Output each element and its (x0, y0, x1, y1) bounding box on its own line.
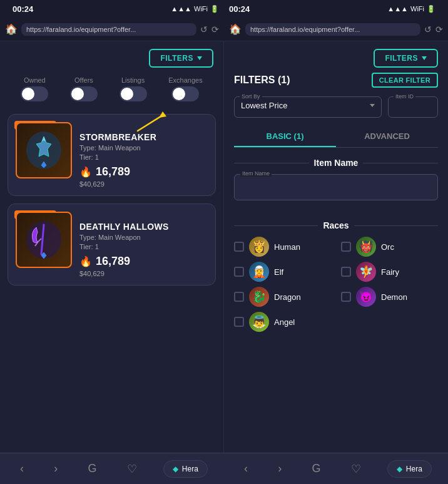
sort-by-row: Sort By Lowest Price Item ID (234, 96, 438, 118)
stormbreaker-svg (24, 130, 64, 171)
home-icon-left[interactable]: 🏠 (5, 23, 18, 35)
forward-button-left[interactable]: › (50, 458, 61, 479)
hera-label-left: Hera (182, 465, 198, 473)
item-id-value[interactable] (395, 101, 431, 113)
races-section-title: Races (323, 220, 349, 230)
item-price-deathly-hallows: 16,789 (96, 255, 130, 268)
race-item-dragon[interactable]: 🐉 Dragon (234, 287, 331, 307)
race-item-orc[interactable]: 👹 Orc (341, 237, 438, 257)
url-input-left[interactable] (21, 23, 196, 36)
tab-basic[interactable]: BASIC (1) (234, 126, 336, 147)
url-input-right[interactable] (245, 23, 420, 36)
sort-by-container[interactable]: Sort By Lowest Price (234, 96, 382, 118)
race-checkbox-elf[interactable] (234, 267, 244, 277)
item-price-row-deathly-hallows: 🔥 16,789 (79, 255, 208, 268)
deathly-hallows-svg (24, 220, 64, 260)
hera-button-left[interactable]: ◆ Hera (163, 460, 208, 478)
toggle-offers-label: Offers (74, 76, 93, 84)
toggle-row: Owned Offers Listings Exchanges (0, 73, 223, 109)
race-item-demon[interactable]: 😈 Demon (341, 287, 438, 307)
race-checkbox-dragon[interactable] (234, 292, 244, 302)
race-avatar-dragon: 🐉 (249, 287, 269, 307)
sort-by-chevron-icon (370, 104, 375, 107)
item-card-stormbreaker[interactable]: MYTHICAL (8, 114, 216, 196)
item-info-deathly-hallows: DEATHLY HALLOWS Type: Main Weapon Tier: … (79, 212, 208, 277)
item-info-stormbreaker: STORMBREAKER Type: Main Weapon Tier: 1 🔥… (79, 122, 208, 188)
filters-button-right[interactable]: FILTERS (374, 49, 438, 68)
battery-icon-left: 🔋 (210, 5, 219, 13)
tab-advanced[interactable]: ADVANCED (336, 126, 438, 147)
refresh-icon-left[interactable]: ↺ (200, 24, 208, 34)
signal-icon-left: ▲▲▲ (171, 5, 191, 13)
race-checkbox-angel[interactable] (234, 317, 244, 327)
item-card-deathly-hallows[interactable]: MYTHICAL (8, 203, 216, 286)
filter-title: FILTERS (1) (234, 75, 290, 86)
race-avatar-fairy: 🧚 (356, 262, 376, 282)
sort-by-label: Sort By (240, 93, 262, 100)
item-tier-deathly-hallows: Tier: 1 (79, 243, 208, 250)
hera-label-right: Hera (406, 465, 422, 473)
item-name-section-title: Item Name (314, 158, 359, 168)
toggle-listings-switch[interactable] (120, 86, 147, 101)
toggle-exchanges-switch[interactable] (171, 86, 199, 101)
race-avatar-elf: 🧝 (249, 262, 269, 282)
forward-button-right[interactable]: › (274, 458, 285, 479)
status-icons-left: ▲▲▲ WiFi 🔋 (171, 5, 219, 13)
race-name-human: Human (274, 242, 300, 252)
race-checkbox-demon[interactable] (341, 292, 351, 302)
history-icon-left[interactable]: ⟳ (211, 24, 219, 34)
race-avatar-orc: 👹 (356, 237, 376, 257)
item-image-deathly-hallows (16, 212, 72, 268)
item-price-row-stormbreaker: 🔥 16,789 (79, 165, 208, 178)
filters-button-left[interactable]: FILTERS (149, 49, 213, 68)
item-name-deathly-hallows: DEATHLY HALLOWS (79, 222, 208, 232)
item-price-usd-stormbreaker: $40,629 (79, 180, 208, 188)
sort-by-value: Lowest Price (241, 101, 375, 110)
race-name-orc: Orc (381, 242, 394, 252)
toggle-owned-switch[interactable] (21, 86, 48, 101)
left-panel: FILTERS Owned Offers Listings Exchanges (0, 41, 224, 453)
google-button-left[interactable]: G (84, 458, 100, 479)
clear-filter-button[interactable]: CLEAR FILTER (372, 73, 438, 88)
heart-button-left[interactable]: ♡ (123, 458, 141, 480)
item-image-bg-deathly-hallows (16, 212, 72, 268)
race-checkbox-human[interactable] (234, 242, 244, 252)
race-item-elf[interactable]: 🧝 Elf (234, 262, 331, 282)
item-name-input[interactable] (234, 174, 438, 200)
item-name-stormbreaker: STORMBREAKER (79, 132, 208, 142)
filters-arrow-left (197, 56, 202, 60)
race-avatar-demon: 😈 (356, 287, 376, 307)
race-name-elf: Elf (274, 267, 283, 277)
time-right: 00:24 (229, 4, 250, 14)
history-icon-right[interactable]: ⟳ (435, 24, 443, 34)
item-tier-stormbreaker: Tier: 1 (79, 153, 208, 161)
filters-button-row-right: FILTERS (224, 41, 448, 73)
back-button-left[interactable]: ‹ (16, 458, 28, 479)
race-name-fairy: Fairy (381, 267, 399, 277)
race-item-fairy[interactable]: 🧚 Fairy (341, 262, 438, 282)
heart-button-right[interactable]: ♡ (347, 458, 365, 480)
race-checkbox-orc[interactable] (341, 242, 351, 252)
item-name-input-wrapper: Item Name (234, 174, 438, 210)
google-button-right[interactable]: G (308, 458, 324, 479)
race-item-human[interactable]: 👸 Human (234, 237, 331, 257)
races-section-divider: Races (234, 220, 438, 230)
race-item-angel[interactable]: 👼 Angel (234, 312, 331, 332)
main-content: FILTERS Owned Offers Listings Exchanges (0, 41, 448, 453)
item-name-section-divider: Item Name (234, 158, 438, 168)
toggle-offers-switch[interactable] (70, 86, 98, 101)
section-line-left-name (234, 163, 309, 163)
back-button-right[interactable]: ‹ (240, 458, 252, 479)
item-id-container[interactable]: Item ID (388, 96, 438, 118)
race-checkbox-fairy[interactable] (341, 267, 351, 277)
home-icon-right[interactable]: 🏠 (229, 23, 242, 35)
refresh-icon-right[interactable]: ↺ (424, 24, 432, 34)
hera-button-right[interactable]: ◆ Hera (387, 460, 432, 478)
wifi-icon-left: WiFi (194, 5, 208, 13)
toggle-exchanges-label: Exchanges (168, 76, 202, 84)
filters-button-row-left: FILTERS (0, 41, 223, 73)
fire-icon-deathly-hallows: 🔥 (79, 255, 92, 267)
toggle-exchanges: Exchanges (168, 76, 202, 101)
item-price-stormbreaker: 16,789 (96, 165, 130, 178)
section-line-right-name (363, 163, 438, 163)
